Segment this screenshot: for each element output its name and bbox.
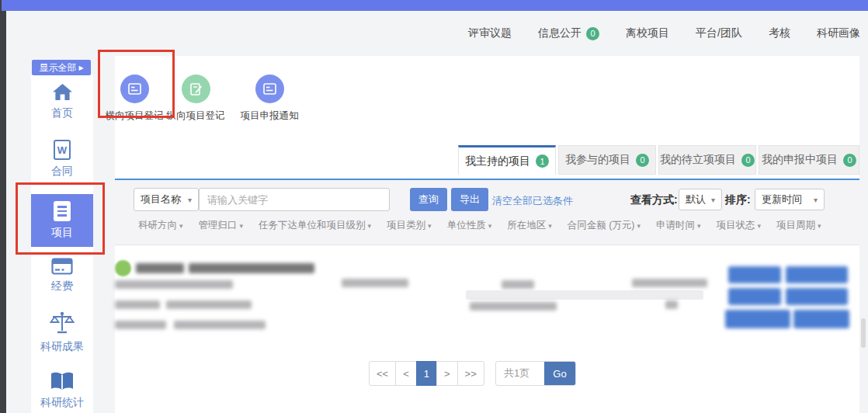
sidebar-item-contract[interactable]: W 合同 [31,140,93,179]
quick-action-project-application-notice[interactable]: 项目申报通知 [232,75,307,123]
tab-count-badge: 1 [536,154,549,168]
nav-review-topics[interactable]: 评审议题 [468,26,512,40]
redacted-text [665,300,678,309]
nav-info-disclosure[interactable]: 信息公开 0 [538,26,599,40]
pagination-total-group: 共1页 Go [495,361,576,386]
caret-down-icon: ▾ [548,222,552,230]
filter-project-category[interactable]: 项目类别▾ [387,219,432,232]
caret-down-icon: ▾ [428,222,432,230]
pagination-go-button[interactable]: Go [544,362,575,385]
nav-leaving-projects[interactable]: 离校项目 [626,26,669,40]
caret-down-icon: ▾ [814,196,818,204]
redacted-text [632,279,707,287]
pagination-prev-button[interactable]: < [395,361,417,386]
redacted-text [115,300,160,309]
redacted-text [342,279,408,287]
quick-action-vertical-project-register[interactable]: 纵向项目登记 [158,75,233,123]
redacted-action-button[interactable] [793,310,849,328]
arrow-right-icon: ▶ [78,64,83,71]
pagination-last-button[interactable]: >> [457,361,484,386]
redacted-text [502,280,534,289]
redacted-text [115,321,166,329]
pagination-next-button[interactable]: > [436,361,458,386]
show-all-button[interactable]: 显示全部 ▶ [32,60,91,75]
pagination-page-1-button[interactable]: 1 [416,361,437,386]
redacted-text [166,300,252,309]
sidebar-item-project[interactable]: 项目 [31,194,93,247]
tab-my-pending-approval-projects[interactable]: 我的待立项项目 0 [658,145,756,175]
caret-down-icon: ▾ [758,222,762,230]
filter-unit-nature[interactable]: 单位性质▾ [447,219,492,232]
project-status-avatar [115,260,131,276]
redacted-text [174,321,266,329]
keyword-search-input[interactable] [199,188,390,211]
redacted-action-button[interactable] [786,266,848,283]
redacted-action-button[interactable] [725,310,790,328]
view-mode-select[interactable]: 默认 ▾ [679,189,722,210]
filter-dropdown-row: 科研方向▾ 管理归口▾ 任务下达单位和项目级别▾ 项目类别▾ 单位性质▾ 所在地… [138,219,821,232]
scales-icon [50,311,75,335]
caret-down-icon: ▾ [188,196,192,204]
sort-select[interactable]: 更新时间 ▾ [755,189,825,210]
redacted-text [115,280,233,289]
filter-contract-amount[interactable]: 合同金额 (万元)▾ [568,219,641,232]
filter-management-channel[interactable]: 管理归口▾ [199,219,244,232]
pagination: << < 1 > >> [369,361,484,386]
caret-down-icon: ▾ [711,196,715,204]
top-navigation: 评审议题 信息公开 0 离校项目 平台/团队 考核 科研画像 [468,22,860,45]
tab-my-hosted-projects[interactable]: 我主持的项目 1 [458,145,556,175]
redacted-action-button[interactable] [786,288,848,305]
caret-down-icon: ▾ [368,222,372,230]
export-button[interactable]: 导出 [451,188,488,211]
pagination-first-button[interactable]: << [369,361,396,386]
filter-project-status[interactable]: 项目状态▾ [717,219,762,232]
sort-label: 排序: [725,193,751,207]
caret-down-icon: ▾ [179,222,183,230]
info-disclosure-count-badge: 0 [586,27,599,40]
word-doc-icon: W [54,140,71,160]
filter-region[interactable]: 所在地区▾ [507,219,552,232]
window-left-strip [0,0,6,413]
nav-platform-team[interactable]: 平台/团队 [696,26,742,40]
tab-count-badge: 0 [843,154,856,167]
book-icon [50,371,75,391]
bank-card-icon [51,258,73,275]
search-field-selector[interactable]: 项目名称 ▾ [134,188,199,211]
sidebar-item-home[interactable]: 首页 [31,82,93,120]
tab-my-joined-projects[interactable]: 我参与的项目 0 [558,145,656,175]
document-icon [54,201,71,221]
nav-assessment[interactable]: 考核 [769,26,790,40]
doc-edit-icon [182,75,210,103]
filter-task-unit-and-level[interactable]: 任务下达单位和项目级别▾ [259,219,371,232]
filter-research-direction[interactable]: 科研方向▾ [138,219,183,232]
redacted-project-title [136,263,184,273]
tab-my-applying-projects[interactable]: 我的申报中项目 0 [759,145,859,175]
folder-form-icon [255,75,284,103]
home-icon [52,82,73,102]
nav-research-profile[interactable]: 科研画像 [817,26,860,40]
redacted-project-title [189,263,314,273]
redacted-date-text [470,302,557,311]
pagination-total-label: 共1页 [496,362,544,385]
caret-down-icon: ▾ [818,222,821,230]
caret-down-icon: ▾ [697,222,701,230]
sidebar-item-research-stats[interactable]: 科研统计 [31,371,93,410]
filter-apply-time[interactable]: 申请时间▾ [656,219,701,232]
view-mode-label: 查看方式: [630,193,678,207]
caret-down-icon: ▾ [240,222,244,230]
caret-down-icon: ▾ [488,222,492,230]
top-blue-bar [2,0,868,11]
query-button[interactable]: 查询 [410,188,447,211]
clear-all-filters-link[interactable]: 清空全部已选条件 [492,194,573,208]
redacted-action-button[interactable] [728,288,781,305]
scrollbar-thumb[interactable] [861,318,866,348]
sidebar-item-funds[interactable]: 经费 [31,258,93,293]
tab-count-badge: 0 [741,154,755,167]
redacted-highlight [466,290,703,300]
filter-project-period[interactable]: 项目周期▾ [776,219,821,232]
tab-count-badge: 0 [636,154,649,167]
sidebar-item-research-results[interactable]: 科研成果 [31,311,93,354]
redacted-action-button[interactable] [728,266,781,283]
caret-down-icon: ▾ [637,222,641,230]
folder-form-icon [120,75,149,103]
